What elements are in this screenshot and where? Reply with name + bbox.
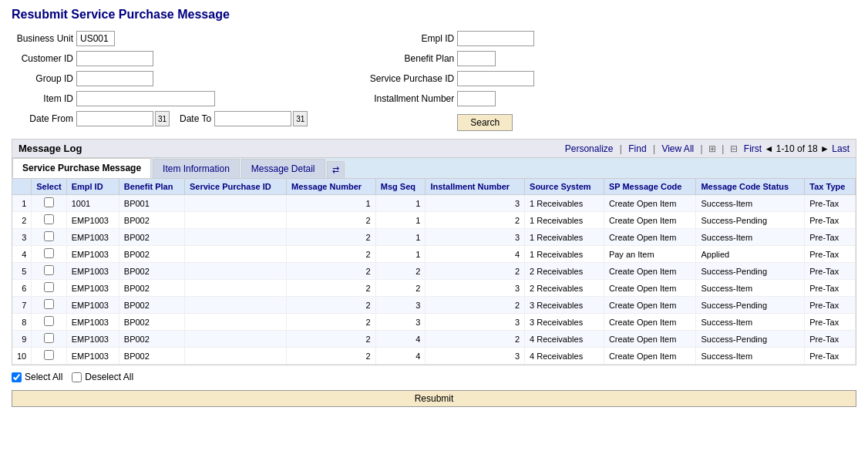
- row-service-purchase-id: [184, 297, 286, 314]
- row-tax-type: Pre-Tax: [805, 263, 856, 280]
- tab-more-icon[interactable]: ⇄: [327, 161, 345, 178]
- row-installment-number: 2: [426, 263, 525, 280]
- row-tax-type: Pre-Tax: [805, 348, 856, 365]
- row-select-cell[interactable]: [32, 331, 66, 348]
- row-checkbox[interactable]: [44, 214, 54, 224]
- row-msg-seq: 3: [375, 297, 426, 314]
- row-sp-message-code: Create Open Item: [604, 263, 696, 280]
- row-empl-id: EMP1003: [66, 348, 119, 365]
- row-message-number: 2: [287, 348, 376, 365]
- row-sp-message-code: Create Open Item: [604, 280, 696, 297]
- row-checkbox[interactable]: [44, 350, 54, 360]
- row-checkbox[interactable]: [44, 265, 54, 275]
- row-select-cell[interactable]: [32, 263, 66, 280]
- icon-grid[interactable]: ⊞: [708, 143, 716, 154]
- row-sp-message-code: Pay an Item: [604, 246, 696, 263]
- date-to-calendar-button[interactable]: 31: [293, 111, 308, 126]
- page-range: 1-10 of 18: [776, 143, 818, 154]
- row-empl-id: EMP1003: [66, 314, 119, 331]
- row-number: 8: [12, 314, 32, 331]
- date-from-input[interactable]: [76, 111, 153, 126]
- service-purchase-id-input[interactable]: [457, 71, 534, 86]
- find-link[interactable]: Find: [628, 143, 646, 154]
- row-message-number: 2: [287, 314, 376, 331]
- row-installment-number: 2: [426, 331, 525, 348]
- row-source-system: 1 Receivables: [525, 212, 604, 229]
- row-checkbox[interactable]: [44, 231, 54, 241]
- row-select-cell[interactable]: [32, 195, 66, 212]
- row-number: 2: [12, 212, 32, 229]
- col-sp-message-code: SP Message Code: [604, 179, 696, 195]
- row-source-system: 2 Receivables: [525, 280, 604, 297]
- row-select-cell[interactable]: [32, 229, 66, 246]
- tab-item-information[interactable]: Item Information: [153, 159, 240, 178]
- row-checkbox[interactable]: [44, 197, 54, 207]
- row-message-number: 2: [287, 297, 376, 314]
- view-all-link[interactable]: View All: [661, 143, 694, 154]
- row-message-code-status: Success-Item: [696, 280, 805, 297]
- row-benefit-plan: BP002: [119, 229, 184, 246]
- row-checkbox[interactable]: [44, 299, 54, 309]
- group-id-input[interactable]: [76, 71, 153, 86]
- row-msg-seq: 4: [375, 331, 426, 348]
- last-link[interactable]: Last: [832, 143, 849, 154]
- row-number: 4: [12, 246, 32, 263]
- row-service-purchase-id: [184, 263, 286, 280]
- row-checkbox[interactable]: [44, 316, 54, 326]
- row-checkbox[interactable]: [44, 248, 54, 258]
- installment-number-input[interactable]: [457, 91, 496, 106]
- icon-table[interactable]: ⊟: [730, 143, 738, 154]
- row-source-system: 1 Receivables: [525, 246, 604, 263]
- row-installment-number: 2: [426, 212, 525, 229]
- row-installment-number: 3: [426, 229, 525, 246]
- row-sp-message-code: Create Open Item: [604, 195, 696, 212]
- row-select-cell[interactable]: [32, 212, 66, 229]
- row-select-cell[interactable]: [32, 314, 66, 331]
- date-from-calendar-button[interactable]: 31: [155, 111, 170, 126]
- bottom-actions: Select All Deselect All Resubmit: [12, 365, 856, 407]
- row-msg-seq: 1: [375, 195, 426, 212]
- row-source-system: 1 Receivables: [525, 229, 604, 246]
- row-empl-id: EMP1003: [66, 297, 119, 314]
- table-row: 6 EMP1003 BP002 2 2 3 2 Receivables Crea…: [12, 280, 856, 297]
- row-number: 5: [12, 263, 32, 280]
- empl-id-label: Empl ID: [369, 33, 454, 44]
- row-select-cell[interactable]: [32, 297, 66, 314]
- item-id-input[interactable]: [76, 91, 215, 106]
- row-msg-seq: 2: [375, 280, 426, 297]
- col-benefit-plan: Benefit Plan: [119, 179, 184, 195]
- row-benefit-plan: BP002: [119, 280, 184, 297]
- service-purchase-id-label: Service Purchase ID: [369, 73, 454, 84]
- first-link[interactable]: First: [744, 143, 762, 154]
- row-sp-message-code: Create Open Item: [604, 212, 696, 229]
- row-empl-id: EMP1003: [66, 212, 119, 229]
- row-checkbox[interactable]: [44, 282, 54, 292]
- table-row: 1 1001 BP001 1 1 3 1 Receivables Create …: [12, 195, 856, 212]
- customer-id-input[interactable]: [76, 51, 153, 66]
- empl-id-input[interactable]: [457, 31, 534, 46]
- row-msg-seq: 1: [375, 212, 426, 229]
- row-message-number: 2: [287, 331, 376, 348]
- row-select-cell[interactable]: [32, 246, 66, 263]
- row-empl-id: 1001: [66, 195, 119, 212]
- row-select-cell[interactable]: [32, 280, 66, 297]
- row-sp-message-code: Create Open Item: [604, 331, 696, 348]
- row-select-cell[interactable]: [32, 348, 66, 365]
- tab-service-purchase-message[interactable]: Service Purchase Message: [12, 158, 151, 178]
- benefit-plan-input[interactable]: [457, 51, 496, 66]
- select-all-checkbox[interactable]: [12, 372, 22, 382]
- row-message-code-status: Success-Item: [696, 195, 805, 212]
- business-unit-input[interactable]: [76, 31, 115, 46]
- personalize-link[interactable]: Personalize: [565, 143, 614, 154]
- search-button[interactable]: Search: [457, 114, 513, 131]
- deselect-all-checkbox[interactable]: [72, 372, 82, 382]
- row-service-purchase-id: [184, 212, 286, 229]
- resubmit-button[interactable]: Resubmit: [12, 390, 856, 407]
- row-tax-type: Pre-Tax: [805, 229, 856, 246]
- date-to-input[interactable]: [214, 111, 291, 126]
- col-msg-seq: Msg Seq: [375, 179, 426, 195]
- pagination-info: First ◄ 1-10 of 18 ► Last: [744, 143, 849, 154]
- tab-message-detail[interactable]: Message Detail: [241, 159, 325, 178]
- row-checkbox[interactable]: [44, 333, 54, 343]
- row-sp-message-code: Create Open Item: [604, 314, 696, 331]
